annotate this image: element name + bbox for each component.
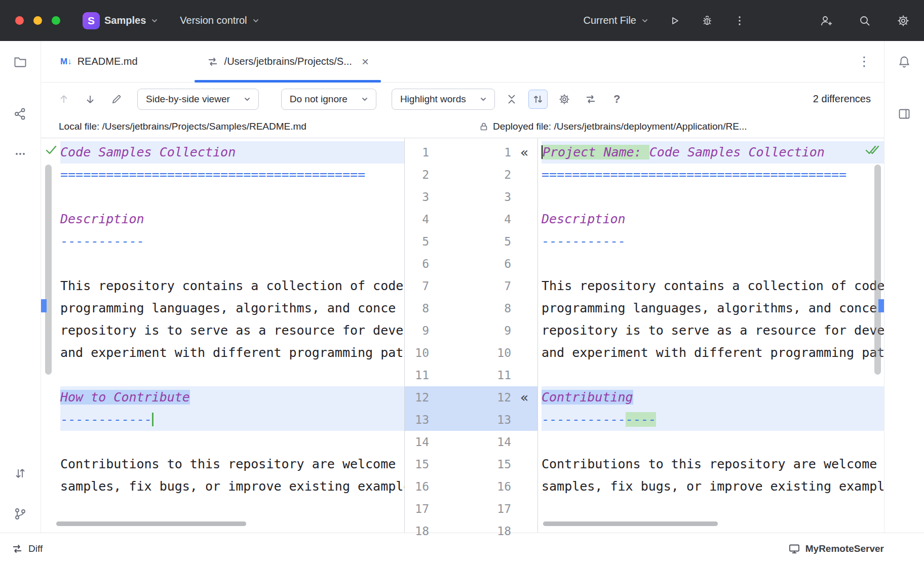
tab-diff[interactable]: /Users/jetbrains/Projects/S... × (195, 41, 381, 82)
line-number-left: 14 (405, 435, 429, 449)
next-difference-button[interactable] (81, 90, 100, 109)
chevron-down-icon (479, 95, 487, 103)
vcs-menu[interactable]: Version control (180, 15, 259, 26)
left-diff-marker[interactable] (41, 299, 47, 312)
code-line: repository is to serve as a resource for… (60, 319, 404, 342)
code-segment: samples, fix bugs, or improve existing e… (60, 479, 404, 494)
code-segment: This repository contains a collection of… (60, 278, 403, 293)
right-tool-stripe (884, 41, 924, 533)
notifications-button[interactable] (897, 54, 912, 69)
fullscreen-window-button[interactable] (52, 16, 60, 25)
arrow-up-icon (58, 93, 70, 105)
code-line: Description (542, 208, 884, 230)
more-vertical-icon (734, 15, 746, 27)
tab-readme[interactable]: M↓ README.md (48, 41, 150, 82)
code-line: This repository contains a collection of… (60, 275, 404, 297)
line-number-right: 11 (482, 369, 511, 382)
chevron-down-icon (150, 17, 159, 25)
diff-settings-button[interactable] (555, 90, 574, 109)
project-tool-button[interactable] (13, 54, 28, 69)
arrows-up-down-icon (13, 466, 27, 480)
tab-label: README.md (78, 56, 138, 67)
collapse-unchanged-button[interactable] (502, 90, 521, 109)
accept-change-chevron[interactable]: « (511, 386, 537, 409)
code-line: samples, fix bugs, or improve existing e… (542, 475, 884, 498)
tool-window-layout-button[interactable] (897, 106, 912, 122)
diff-icon (11, 543, 23, 555)
code-line: ------------ (60, 409, 404, 431)
local-file-pane[interactable]: Code Samples Collection=================… (41, 138, 404, 533)
code-line: This repository contains a collection of… (542, 275, 884, 297)
accept-change-chevron[interactable]: « (511, 141, 537, 164)
main-area: M↓ README.md /Users/jetbrains/Projects/S… (0, 41, 924, 533)
code-line: ======================================== (60, 164, 404, 186)
code-line: ----------- (60, 230, 404, 253)
code-line (542, 498, 884, 520)
left-code[interactable]: Code Samples Collection=================… (60, 141, 404, 533)
gutter-row: 55 (405, 230, 537, 253)
titlebar: S Samples Version control Current File (0, 0, 924, 41)
code-line: Project Name: Code Samples Collection (542, 141, 884, 164)
code-line (60, 186, 404, 208)
close-tab-button[interactable]: × (362, 56, 369, 68)
code-line: Contributing (542, 386, 884, 409)
more-tools-button[interactable] (13, 146, 28, 162)
code-segment: ======================================== (542, 167, 846, 182)
add-user-button[interactable] (820, 14, 833, 27)
code-segment: Description (60, 212, 144, 226)
line-number-right: 16 (482, 480, 511, 493)
viewer-mode-select[interactable]: Side-by-side viewer (137, 89, 259, 110)
synchronize-scrolling-button[interactable] (528, 90, 548, 109)
line-number-left: 15 (405, 458, 429, 471)
settings-button[interactable] (897, 14, 910, 27)
line-number-right: 18 (482, 525, 511, 538)
insertion-marker (152, 413, 153, 426)
git-tool-button[interactable] (13, 506, 28, 521)
previous-difference-button[interactable] (54, 90, 73, 109)
debug-button[interactable] (701, 14, 714, 27)
run-configuration-select[interactable]: Current File (584, 15, 649, 26)
search-button[interactable] (858, 14, 871, 27)
more-actions-button[interactable] (733, 14, 746, 27)
code-line: and experiment with different programmin… (542, 342, 884, 364)
remote-server-widget[interactable]: MyRemoteServer (788, 543, 884, 555)
titlebar-right-actions (820, 14, 924, 27)
project-widget[interactable]: S Samples (83, 12, 159, 29)
code-line (542, 364, 884, 386)
line-number-right: 15 (482, 458, 511, 471)
run-button[interactable] (668, 14, 681, 27)
line-number-left: 3 (405, 190, 429, 204)
help-button[interactable]: ? (607, 90, 627, 109)
highlight-policy-select[interactable]: Highlight words (392, 89, 495, 110)
code-line: Contributions to this repository are wel… (542, 453, 884, 475)
line-number-right: 9 (482, 324, 511, 337)
gutter-row: 99 (405, 319, 537, 342)
swap-sides-button[interactable] (581, 90, 600, 109)
right-vertical-scrollbar[interactable] (874, 165, 881, 375)
code-line: samples, fix bugs, or improve existing e… (60, 475, 404, 498)
arrow-down-icon (84, 93, 96, 105)
commit-tool-button[interactable] (13, 106, 28, 122)
deployed-file-pane[interactable]: Project Name: Code Samples Collection===… (538, 138, 884, 533)
left-horizontal-scrollbar[interactable] (56, 521, 246, 526)
compare-arrows-icon (585, 93, 597, 105)
sync-tool-button[interactable] (13, 466, 28, 481)
ignore-policy-select[interactable]: Do not ignore (281, 89, 376, 110)
right-code[interactable]: Project Name: Code Samples Collection===… (542, 141, 884, 533)
code-line: programming languages, algorithms, and c… (542, 297, 884, 319)
gutter-row: 1717 (405, 498, 537, 520)
gutter-row: 88 (405, 297, 537, 319)
right-diff-marker[interactable] (878, 299, 884, 312)
left-vertical-scrollbar[interactable] (45, 165, 52, 375)
code-segment: and experiment with different programmin… (542, 345, 884, 360)
line-number-right: 2 (482, 168, 511, 181)
code-segment: ----------- (542, 412, 626, 427)
tab-options-button[interactable]: ⋮ (858, 54, 884, 69)
right-horizontal-scrollbar[interactable] (543, 521, 718, 526)
minimize-window-button[interactable] (33, 16, 42, 25)
status-diff-widget[interactable]: Diff (11, 543, 43, 555)
code-segment: ----------- (542, 234, 626, 249)
code-segment: Contributing (542, 390, 633, 405)
close-window-button[interactable] (15, 16, 24, 25)
edit-file-button[interactable] (107, 90, 126, 109)
